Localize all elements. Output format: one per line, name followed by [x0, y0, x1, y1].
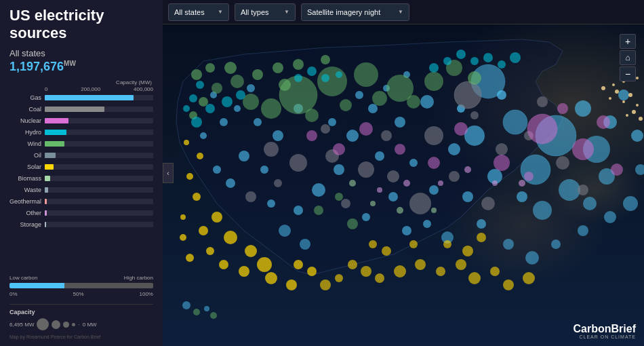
- svg-point-73: [387, 170, 399, 182]
- layer-dropdown-arrow: ▼: [398, 9, 403, 15]
- bar-row: Geothermal: [9, 197, 153, 206]
- svg-point-70: [537, 96, 548, 107]
- svg-point-203: [182, 301, 190, 309]
- svg-point-168: [183, 105, 190, 112]
- bar-fill: [45, 118, 68, 123]
- svg-point-121: [314, 206, 323, 215]
- svg-point-100: [261, 98, 281, 119]
- svg-point-138: [294, 260, 303, 269]
- bar-row: Coal: [9, 104, 153, 114]
- svg-point-167: [196, 81, 204, 89]
- bar-track: [45, 153, 153, 158]
- svg-point-175: [456, 50, 466, 59]
- svg-point-159: [462, 246, 473, 256]
- bar-track: [45, 164, 153, 170]
- svg-point-193: [622, 100, 625, 103]
- svg-point-165: [222, 96, 233, 107]
- svg-point-31: [312, 183, 325, 197]
- svg-point-187: [464, 166, 471, 173]
- svg-point-199: [636, 77, 639, 79]
- svg-point-164: [189, 94, 197, 102]
- capacity-axis: 0 200,000 400,000: [9, 86, 153, 92]
- svg-point-135: [206, 247, 214, 255]
- svg-point-155: [523, 272, 535, 284]
- svg-point-161: [409, 240, 418, 248]
- zoom-in-button[interactable]: +: [620, 34, 636, 49]
- svg-point-184: [377, 187, 382, 193]
- svg-point-72: [449, 171, 460, 182]
- svg-point-109: [407, 95, 420, 109]
- svg-point-125: [212, 212, 222, 223]
- svg-point-95: [611, 164, 623, 176]
- svg-point-94: [597, 115, 610, 129]
- bar-track: [45, 130, 153, 135]
- svg-point-78: [381, 130, 392, 141]
- bar-label: Waste: [9, 187, 45, 193]
- svg-point-108: [372, 91, 387, 106]
- svg-point-98: [354, 62, 378, 87]
- bar-label: Wind: [9, 140, 45, 147]
- states-dropdown[interactable]: All states ▼: [168, 3, 229, 21]
- bar-label: Geothermal: [9, 198, 45, 205]
- bar-label: Nuclear: [9, 117, 45, 124]
- bar-row: Nuclear: [9, 116, 153, 126]
- bar-row: Biomass: [9, 174, 153, 183]
- bar-label: Biomass: [9, 175, 45, 182]
- svg-point-119: [321, 55, 330, 64]
- svg-point-185: [403, 180, 410, 187]
- svg-point-38: [226, 178, 235, 188]
- svg-point-69: [496, 143, 508, 155]
- bar-row: Gas: [9, 93, 153, 102]
- layer-dropdown[interactable]: Satellite imagery night ▼: [301, 3, 409, 21]
- svg-point-89: [359, 122, 373, 136]
- svg-point-54: [402, 226, 411, 235]
- svg-point-106: [305, 109, 319, 122]
- svg-point-134: [219, 260, 228, 269]
- svg-point-160: [477, 233, 486, 242]
- svg-point-47: [355, 91, 363, 99]
- svg-point-53: [423, 220, 431, 228]
- svg-point-51: [477, 219, 486, 229]
- svg-point-67: [289, 154, 307, 172]
- svg-point-154: [503, 280, 514, 290]
- svg-point-97: [317, 66, 347, 96]
- svg-point-34: [279, 225, 291, 237]
- svg-point-104: [424, 72, 443, 91]
- svg-point-92: [524, 172, 534, 181]
- bar-row: Waste: [9, 185, 153, 195]
- collapse-panel-button[interactable]: ‹: [163, 163, 174, 183]
- bar-label: Hydro: [9, 129, 45, 136]
- bar-fill: [45, 107, 104, 112]
- svg-point-194: [628, 93, 632, 97]
- logo-tagline: CLEAR ON CLIMATE: [573, 334, 636, 339]
- svg-point-85: [494, 155, 510, 171]
- map-area: All states ▼ All types ▼ Satellite image…: [163, 0, 644, 346]
- svg-point-17: [429, 185, 439, 195]
- svg-point-169: [294, 74, 302, 82]
- bar-track: [45, 141, 153, 147]
- svg-point-39: [213, 166, 221, 174]
- svg-point-189: [519, 180, 525, 187]
- low-carbon-label: Low carbon: [9, 275, 37, 281]
- svg-point-195: [636, 104, 639, 107]
- svg-point-8: [533, 201, 552, 220]
- svg-point-35: [300, 239, 310, 250]
- svg-point-64: [409, 193, 431, 214]
- svg-point-196: [632, 110, 636, 114]
- svg-point-162: [191, 117, 202, 128]
- bar-row: Hydro: [9, 128, 153, 137]
- svg-point-22: [631, 130, 643, 142]
- svg-point-188: [492, 180, 498, 186]
- svg-point-127: [199, 226, 208, 235]
- svg-point-141: [180, 214, 186, 220]
- svg-point-153: [490, 267, 500, 276]
- svg-point-149: [415, 259, 426, 270]
- carbonbrief-logo: CarbonBrief CLEAR ON CLIMATE: [573, 324, 636, 339]
- svg-point-103: [212, 83, 222, 94]
- zoom-out-button[interactable]: −: [620, 66, 636, 81]
- svg-point-143: [320, 280, 331, 290]
- types-dropdown[interactable]: All types ▼: [235, 3, 296, 21]
- svg-point-25: [328, 118, 336, 126]
- zoom-home-button[interactable]: ⌂: [620, 50, 636, 65]
- svg-point-146: [361, 266, 371, 277]
